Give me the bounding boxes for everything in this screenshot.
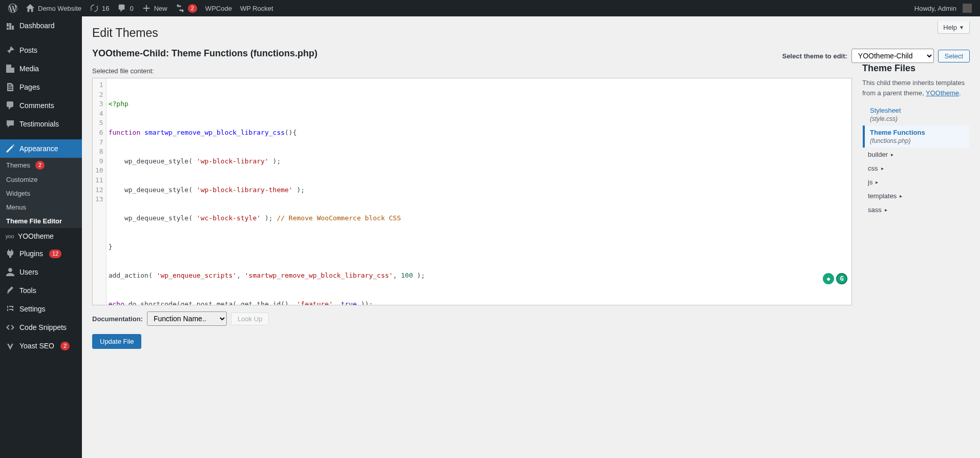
plugins-badge: 12 <box>49 249 61 258</box>
page-title: Edit Themes <box>92 22 970 42</box>
media-icon <box>5 64 15 74</box>
menu-tools[interactable]: Tools <box>0 281 82 300</box>
editor-overlay-badges: ◆ G <box>823 273 847 284</box>
admin-bar: Demo Website 16 0 New 2 WPCode WP Rocket… <box>0 0 980 16</box>
home-icon <box>26 4 35 13</box>
submenu-themes[interactable]: Themes 2 <box>0 158 82 173</box>
comments-count: 0 <box>130 5 133 12</box>
updates-count: 16 <box>102 5 109 12</box>
dashboard-icon <box>5 20 15 31</box>
folder-item[interactable]: builder <box>863 148 969 161</box>
code-content[interactable]: <?php function smartwp_remove_wp_block_l… <box>106 78 851 305</box>
lookup-button[interactable]: Look Up <box>231 313 269 325</box>
pin-icon <box>5 45 15 55</box>
link-broken-icon <box>176 4 185 13</box>
shield-icon[interactable]: ◆ <box>823 273 834 284</box>
users-icon <box>5 267 15 277</box>
menu-code-snippets[interactable]: Code Snippets <box>0 318 82 337</box>
admin-menu: Dashboard Posts Media Pages Comments Tes… <box>0 16 82 369</box>
submenu-menus[interactable]: Menus <box>0 200 82 214</box>
submenu-widgets[interactable]: Widgets <box>0 186 82 200</box>
selected-file-label: Selected file content: <box>92 67 852 75</box>
theme-select[interactable]: YOOtheme-Child <box>851 49 934 63</box>
chevron-down-icon: ▼ <box>959 25 964 30</box>
tools-icon <box>5 285 15 296</box>
file-tree: Stylesheet(style.css)Theme Functions(fun… <box>862 103 970 217</box>
update-file-button[interactable]: Update File <box>92 334 141 349</box>
documentation-select[interactable]: Function Name... <box>147 311 227 326</box>
themes-badge: 2 <box>35 161 45 170</box>
folder-item[interactable]: templates <box>863 189 969 203</box>
update-icon <box>90 4 99 13</box>
menu-appearance[interactable]: Appearance <box>0 139 82 158</box>
menu-posts[interactable]: Posts <box>0 41 82 59</box>
broken-count: 2 <box>188 4 197 13</box>
howdy-text: Howdy, Admin <box>914 5 956 12</box>
pages-icon <box>5 82 15 92</box>
plugins-icon <box>5 248 15 259</box>
site-name: Demo Website <box>38 5 81 12</box>
folder-item[interactable]: sass <box>863 203 969 217</box>
new-label: New <box>154 5 167 12</box>
yoast-badge: 2 <box>60 342 70 350</box>
menu-settings[interactable]: Settings <box>0 300 82 318</box>
folder-item[interactable]: css <box>863 161 969 175</box>
appearance-submenu: Themes 2 Customize Widgets Menus Theme F… <box>0 158 82 228</box>
comments-icon <box>5 100 15 111</box>
appearance-icon <box>5 143 15 154</box>
yootheme-icon: yoo <box>5 233 14 240</box>
broken-link-checker[interactable]: 2 <box>172 0 201 16</box>
updates-link[interactable]: 16 <box>86 0 113 16</box>
wordpress-icon <box>8 4 17 13</box>
yoast-icon <box>5 341 15 351</box>
inherit-notice: This child theme inherits templates from… <box>862 78 970 98</box>
file-item[interactable]: Stylesheet(style.css) <box>863 103 969 126</box>
menu-plugins[interactable]: Plugins 12 <box>0 244 82 263</box>
my-account[interactable]: Howdy, Admin <box>910 0 976 16</box>
menu-comments[interactable]: Comments <box>0 96 82 115</box>
theme-files-heading: Theme Files <box>862 63 970 74</box>
menu-pages[interactable]: Pages <box>0 78 82 96</box>
submenu-theme-file-editor[interactable]: Theme File Editor <box>0 214 82 228</box>
help-tab[interactable]: Help ▼ <box>938 22 970 34</box>
menu-dashboard[interactable]: Dashboard <box>0 16 82 35</box>
select-theme-label: Select theme to edit: <box>782 52 847 60</box>
file-item[interactable]: Theme Functions(functions.php) <box>863 126 969 148</box>
parent-theme-link[interactable]: YOOtheme <box>926 89 959 97</box>
site-link[interactable]: Demo Website <box>22 0 86 16</box>
comments-link[interactable]: 0 <box>113 0 137 16</box>
wprocket-link[interactable]: WP Rocket <box>236 0 278 16</box>
new-link[interactable]: New <box>138 0 172 16</box>
menu-users[interactable]: Users <box>0 263 82 281</box>
grammarly-icon[interactable]: G <box>836 273 847 284</box>
avatar <box>963 4 972 13</box>
code-editor[interactable]: 12345678910111213 <?php function smartwp… <box>92 78 852 305</box>
code-icon <box>5 322 15 332</box>
menu-yoast[interactable]: Yoast SEO 2 <box>0 337 82 355</box>
plus-icon <box>142 4 151 13</box>
select-button[interactable]: Select <box>938 50 970 63</box>
menu-testimonials[interactable]: Testimonials <box>0 115 82 133</box>
testimonials-icon <box>5 119 15 129</box>
settings-icon <box>5 304 15 314</box>
folder-item[interactable]: js <box>863 175 969 189</box>
wp-logo[interactable] <box>4 0 22 16</box>
menu-yootheme[interactable]: yoo YOOtheme <box>0 228 82 244</box>
submenu-customize[interactable]: Customize <box>0 173 82 186</box>
comment-icon <box>117 4 126 13</box>
wpcode-link[interactable]: WPCode <box>201 0 236 16</box>
documentation-label: Documentation: <box>92 315 143 323</box>
line-gutter: 12345678910111213 <box>93 78 106 305</box>
menu-media[interactable]: Media <box>0 59 82 78</box>
